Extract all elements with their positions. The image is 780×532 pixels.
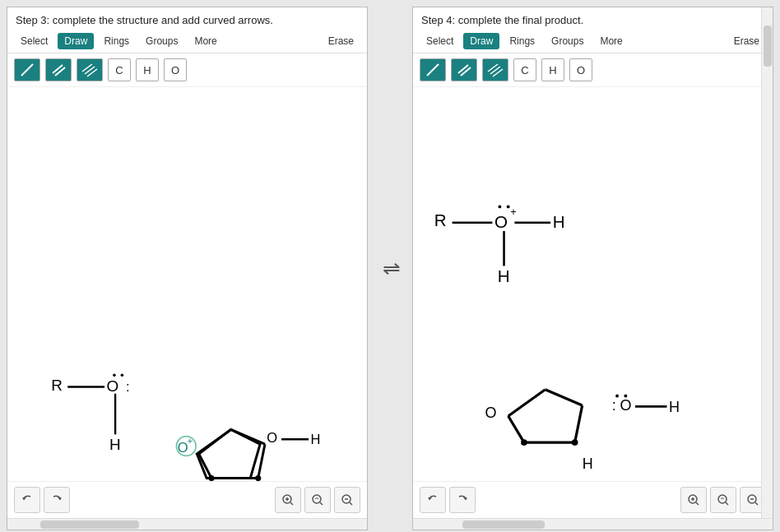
panel2-undo-redo: [420, 487, 476, 513]
svg-text::: :: [126, 379, 130, 395]
panel2-toolbar: Select Draw Rings Groups More Erase: [413, 30, 773, 53]
panel1-zoom-reset-btn[interactable]: [304, 487, 331, 513]
svg-point-63: [615, 395, 619, 398]
panel1-atom-C-btn[interactable]: C: [108, 58, 131, 81]
content-area: Step 3: complete the structure and add c…: [0, 0, 780, 532]
panel2-zoom-controls: [680, 487, 766, 513]
panel1-undo-redo: [14, 487, 70, 513]
equilibrium-arrow-symbol: ⇌: [383, 256, 401, 281]
svg-line-16: [231, 429, 265, 444]
panel2-zoom-reset-btn[interactable]: [710, 487, 736, 513]
panel1-more-btn[interactable]: More: [188, 33, 223, 49]
panel2-more-btn[interactable]: More: [593, 33, 629, 49]
panel1-groups-btn[interactable]: Groups: [139, 33, 184, 49]
panel2-vscrollbar[interactable]: [761, 7, 773, 518]
panel2-erase-btn[interactable]: Erase: [727, 33, 766, 49]
panel1-triple-bond-btn[interactable]: [77, 58, 103, 81]
svg-line-36: [320, 502, 323, 505]
triple-bond-icon: [81, 62, 98, 77]
panel1-toolbar: Select Draw Rings Groups More Erase: [7, 30, 367, 53]
svg-text:H: H: [553, 212, 565, 231]
svg-text:: O: : O: [612, 398, 632, 414]
panel1-bottom-controls: [7, 481, 367, 518]
main-container: Step 3: complete the structure and add c…: [0, 0, 780, 532]
panel1-rings-btn[interactable]: Rings: [97, 33, 136, 49]
svg-point-50: [507, 206, 510, 209]
panel1-atom-O-btn[interactable]: O: [164, 58, 187, 81]
panel1-erase-btn[interactable]: Erase: [322, 33, 360, 49]
panel2-hscrollbar[interactable]: [413, 518, 773, 530]
panel2-canvas[interactable]: R O + H H: [413, 87, 773, 481]
zoom-in-icon: [281, 493, 295, 507]
panel2-triple-bond-btn[interactable]: [482, 58, 508, 81]
panel2-vscrollbar-thumb[interactable]: [764, 25, 772, 67]
svg-line-4: [85, 67, 95, 74]
redo-icon-2: [456, 493, 469, 507]
panel2-atom-H-btn[interactable]: H: [541, 58, 564, 81]
svg-line-42: [461, 67, 471, 76]
panel2-draw-btn[interactable]: Draw: [463, 33, 499, 49]
panel2-undo-btn[interactable]: [420, 487, 446, 513]
panel2-groups-btn[interactable]: Groups: [545, 33, 590, 49]
svg-line-41: [458, 65, 468, 73]
svg-line-45: [493, 69, 503, 76]
svg-line-0: [21, 64, 33, 76]
panel2-single-bond-btn[interactable]: [420, 58, 446, 81]
zoom-reset-icon-2: [717, 493, 730, 507]
panels-row: Step 3: complete the structure and add c…: [0, 0, 780, 532]
zoom-in-icon-2: [687, 493, 700, 507]
svg-line-2: [55, 67, 65, 76]
svg-point-28: [255, 475, 261, 481]
panel2-double-bond-btn[interactable]: [451, 58, 477, 81]
panel2: Step 4: complete the final product. Sele…: [412, 7, 773, 530]
svg-text:H: H: [109, 436, 121, 453]
panel1-atom-H-btn[interactable]: H: [136, 58, 159, 81]
panel2-select-btn[interactable]: Select: [420, 33, 460, 49]
panel1-title: Step 3: complete the structure and add c…: [16, 14, 273, 26]
panel1-hscrollbar[interactable]: [7, 518, 367, 530]
panel2-svg: R O + H H: [413, 87, 773, 481]
panel1-double-bond-btn[interactable]: [45, 58, 72, 81]
undo-icon: [21, 493, 34, 507]
panel1-zoom-out-btn[interactable]: [334, 487, 360, 513]
zoom-out-icon-2: [746, 493, 759, 507]
panel1-header: Step 3: complete the structure and add c…: [7, 7, 367, 30]
panel1-bond-toolbar: C H O: [7, 53, 367, 87]
svg-line-1: [53, 65, 63, 73]
undo-icon-2: [426, 493, 439, 507]
svg-text:H: H: [583, 456, 593, 472]
panel1-hscrollbar-thumb[interactable]: [40, 520, 139, 529]
panel2-redo-btn[interactable]: [449, 487, 476, 513]
panel2-atom-O-btn[interactable]: O: [569, 58, 592, 81]
panel2-zoom-in-btn[interactable]: [680, 487, 707, 513]
svg-line-3: [82, 64, 92, 72]
svg-line-80: [755, 502, 758, 505]
zoom-reset-icon: [311, 493, 324, 507]
panel1-canvas[interactable]: R O : H: [7, 87, 367, 481]
svg-text:O: O: [267, 430, 277, 446]
svg-line-43: [488, 64, 498, 72]
panel2-bottom-controls: [413, 481, 773, 518]
panel1-redo-btn[interactable]: [44, 487, 70, 513]
svg-line-56: [508, 390, 546, 416]
svg-line-34: [290, 502, 293, 505]
double-bond-icon-2: [457, 62, 471, 77]
svg-text:R: R: [51, 377, 63, 394]
panel1-zoom-in-btn[interactable]: [275, 487, 301, 513]
svg-line-57: [546, 390, 583, 405]
panel1-undo-btn[interactable]: [14, 487, 40, 513]
triple-bond-icon-2: [487, 62, 504, 77]
panel1-select-btn[interactable]: Select: [14, 33, 54, 49]
panel2-hscrollbar-thumb[interactable]: [462, 520, 545, 529]
panel2-atom-C-btn[interactable]: C: [513, 58, 536, 81]
reaction-arrow: ⇌: [371, 7, 412, 530]
panel2-header: Step 4: complete the final product.: [413, 7, 773, 30]
svg-point-10: [121, 374, 124, 377]
panel1-single-bond-btn[interactable]: [14, 58, 40, 81]
panel1-svg: R O : H: [7, 87, 367, 481]
svg-line-75: [696, 502, 699, 505]
panel1-zoom-controls: [275, 487, 360, 513]
panel2-rings-btn[interactable]: Rings: [503, 33, 541, 49]
svg-text:O: O: [494, 212, 508, 231]
panel1-draw-btn[interactable]: Draw: [58, 33, 94, 49]
